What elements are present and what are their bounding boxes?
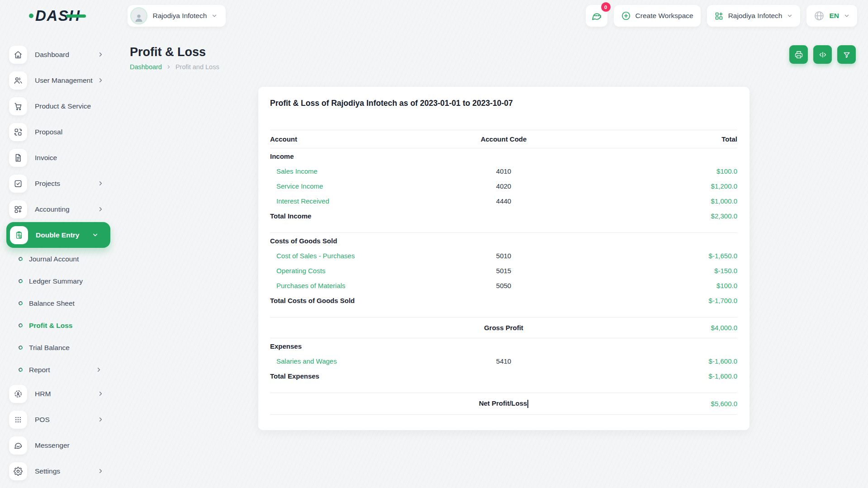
chevron-down-icon: [844, 13, 850, 19]
printer-icon: [794, 50, 803, 59]
total-value: $5,600.0: [554, 400, 738, 407]
sidebar-item-dashboard[interactable]: Dashboard: [0, 42, 113, 67]
account-link[interactable]: Purchases of Materials: [270, 282, 454, 289]
messages-button[interactable]: 0: [586, 5, 607, 27]
total-value: $-1,600.0: [554, 357, 738, 365]
account-code: 5410: [454, 357, 554, 365]
column-account-code: Account Code: [454, 135, 554, 143]
print-button[interactable]: [789, 45, 808, 64]
profit-loss-card: Profit & Loss of Rajodiya Infotech as of…: [258, 87, 749, 430]
plus-circle-icon: [621, 11, 631, 21]
page-title: Profit & Loss: [130, 45, 219, 59]
account-link[interactable]: Cost of Sales - Purchases: [270, 252, 454, 260]
total-value: $-1,600.0: [554, 372, 738, 380]
hrm-icon: [9, 385, 27, 403]
sidebar-item-product-service[interactable]: Product & Service: [0, 93, 113, 119]
account-label: Income: [270, 152, 454, 160]
sidebar-item-invoice[interactable]: Invoice: [0, 145, 113, 171]
sidebar-item-messenger[interactable]: Messenger: [0, 432, 113, 458]
topbar: DASH Rajodiya Infotech 0 Create Worksp: [0, 0, 868, 32]
avatar: [130, 7, 147, 24]
bullet-icon: [18, 301, 23, 306]
total-row: Total Income$2,300.0: [270, 208, 737, 223]
sidebar-item-hrm[interactable]: HRM: [0, 381, 113, 407]
grid-plus-icon: [714, 11, 724, 21]
sidebar-item-label: Journal Account: [29, 255, 79, 263]
section-row: Income: [270, 148, 737, 164]
sidebar-item-label: Invoice: [35, 154, 57, 162]
sidebar-item-journal-account[interactable]: Journal Account: [0, 248, 113, 270]
sidebar-item-label: Projects: [35, 180, 60, 188]
brand-logo[interactable]: DASH: [29, 7, 81, 24]
sidebar-item-label: User Management: [35, 76, 93, 85]
table-header-row: Account Account Code Total: [270, 130, 737, 148]
account-code: 4010: [454, 167, 554, 175]
summary-row: Gross Profit$4,000.0: [270, 317, 737, 338]
total-value: $-1,650.0: [554, 252, 738, 260]
section-row: Expenses: [270, 338, 737, 354]
sidebar-item-projects[interactable]: Projects: [0, 171, 113, 196]
sidebar: DashboardUser ManagementProduct & Servic…: [0, 32, 113, 488]
account-row: Interest Received4440$1,000.0: [270, 194, 737, 208]
chevron-right-icon: [166, 64, 171, 70]
sidebar-item-pos[interactable]: POS: [0, 407, 113, 432]
sidebar-item-label: HRM: [35, 390, 51, 398]
chevron-right-icon: [97, 468, 104, 474]
breadcrumb-dashboard-link[interactable]: Dashboard: [130, 63, 162, 71]
account-link[interactable]: Operating Costs: [270, 267, 454, 275]
filter-icon: [842, 50, 851, 59]
account-label: Total Income: [270, 212, 454, 220]
bullet-icon: [18, 323, 23, 328]
profit-loss-table: Account Account Code Total IncomeSales I…: [270, 130, 737, 415]
summary-row: Net Profit/Loss$5,600.0: [270, 393, 737, 415]
account-row: Purchases of Materials5050$100.0: [270, 278, 737, 293]
language-selector[interactable]: EN: [806, 5, 857, 27]
chevron-right-icon: [97, 390, 104, 397]
sidebar-item-label: Report: [29, 366, 50, 374]
sidebar-item-label: Product & Service: [35, 102, 91, 110]
account-code: 5050: [454, 282, 554, 289]
sidebar-item-balance-sheet[interactable]: Balance Sheet: [0, 292, 113, 314]
invoice-icon: [9, 149, 27, 167]
messenger-icon: [9, 436, 27, 455]
workspace-selector[interactable]: Rajodiya Infotech: [128, 5, 226, 27]
company-selector[interactable]: Rajodiya Infotech: [707, 5, 801, 27]
chevron-right-icon: [97, 180, 104, 187]
sidebar-item-double-entry[interactable]: Double Entry: [6, 222, 110, 248]
chevron-down-icon: [787, 13, 793, 19]
section-divider: [270, 223, 737, 233]
sidebar-item-accounting[interactable]: Accounting: [0, 196, 113, 222]
sidebar-item-profit-loss[interactable]: Profit & Loss: [0, 314, 113, 336]
account-link[interactable]: Salaries and Wages: [270, 357, 454, 365]
sidebar-item-label: Double Entry: [36, 231, 79, 239]
total-value: $-150.0: [554, 267, 738, 275]
messages-count-badge: 0: [601, 2, 611, 12]
sidebar-item-trial-balance[interactable]: Trial Balance: [0, 336, 113, 359]
bullet-icon: [18, 279, 23, 284]
account-label: Costs of Goods Sold: [270, 237, 454, 245]
pos-icon: [9, 411, 27, 429]
filter-button[interactable]: [837, 45, 856, 64]
sidebar-item-proposal[interactable]: Proposal: [0, 119, 113, 145]
section-divider: [270, 308, 737, 317]
workspace-name: Rajodiya Infotech: [153, 12, 207, 20]
sidebar-item-label: Settings: [35, 467, 60, 475]
total-value: $4,000.0: [554, 324, 738, 332]
code-icon: [818, 50, 827, 59]
account-code: 4020: [454, 182, 554, 190]
sidebar-item-report[interactable]: Report: [0, 359, 113, 381]
home-icon: [9, 46, 27, 64]
toggle-columns-button[interactable]: [813, 45, 832, 64]
logo-dot-icon: [29, 14, 33, 18]
account-link[interactable]: Service Income: [270, 182, 454, 190]
account-link[interactable]: Sales Income: [270, 167, 454, 175]
account-link[interactable]: Interest Received: [270, 197, 454, 205]
sidebar-item-label: Proposal: [35, 128, 62, 136]
sidebar-item-settings[interactable]: Settings: [0, 458, 113, 484]
sidebar-item-user-management[interactable]: User Management: [0, 67, 113, 93]
total-value: $100.0: [554, 167, 738, 175]
create-workspace-button[interactable]: Create Workspace: [614, 5, 701, 27]
summary-label: Gross Profit: [454, 324, 554, 332]
total-row: Total Costs of Goods Sold$-1,700.0: [270, 293, 737, 308]
sidebar-item-ledger-summary[interactable]: Ledger Summary: [0, 270, 113, 292]
